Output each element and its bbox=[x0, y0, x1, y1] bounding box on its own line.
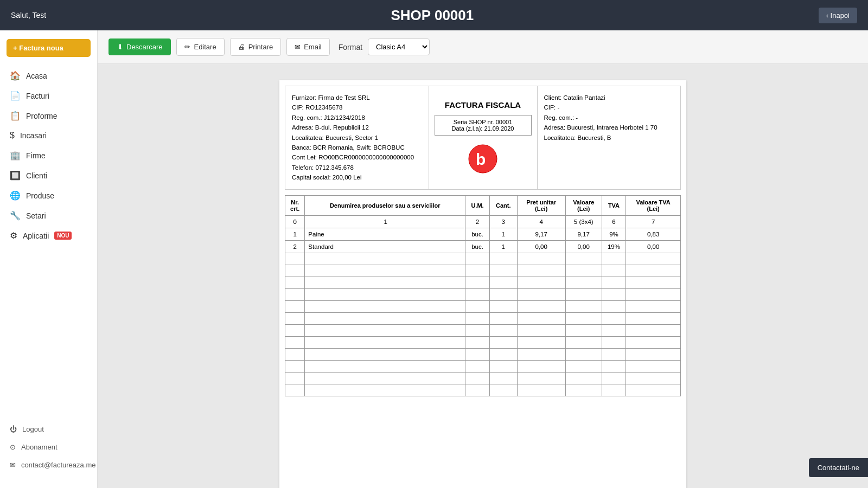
supplier-line7: Cont Lei: RO00BCR0000000000000000000 bbox=[292, 152, 422, 162]
sidebar-item-acasa[interactable]: 🏠 Acasa bbox=[0, 66, 97, 86]
sidebar-item-facturi[interactable]: 📄 Facturi bbox=[0, 86, 97, 106]
sidebar-item-logout[interactable]: ⏻ Logout bbox=[0, 420, 97, 438]
invoice-container: Furnizor: Firma de Test SRL CIF: RO12345… bbox=[279, 80, 686, 488]
table-row-empty bbox=[285, 384, 681, 396]
sidebar-item-facturi-label: Facturi bbox=[26, 92, 49, 100]
descarcare-button[interactable]: ⬇ Descarcare bbox=[108, 38, 171, 55]
supplier-line6: Banca: BCR Romania, Swift: BCROBUC bbox=[292, 143, 422, 152]
firme-icon: 🏢 bbox=[10, 150, 21, 160]
format-select[interactable]: Clasic A4 Modern A4 Compact A4 bbox=[368, 38, 430, 55]
download-icon: ⬇ bbox=[117, 43, 123, 51]
table-row-empty bbox=[285, 324, 681, 336]
abonament-icon: ⊙ bbox=[10, 443, 16, 451]
sidebar-item-contact-email[interactable]: ✉ contact@factureaza.me bbox=[0, 456, 97, 474]
logout-icon: ⏻ bbox=[10, 425, 17, 433]
sidebar-item-clienti-label: Clienti bbox=[26, 171, 47, 180]
sidebar-item-firme[interactable]: 🏢 Firme bbox=[0, 145, 97, 165]
print-icon: 🖨 bbox=[238, 43, 245, 51]
row1-um: buc. bbox=[465, 228, 490, 240]
content-area: ⬇ Descarcare ✏ Editare 🖨 Printare ✉ Emai… bbox=[98, 30, 868, 488]
sidebar-item-incasari-label: Incasari bbox=[20, 131, 47, 140]
table-row-empty bbox=[285, 300, 681, 312]
sidebar-item-incasari[interactable]: $ Incasari bbox=[0, 126, 97, 145]
invoice-wrapper: Furnizor: Firma de Test SRL CIF: RO12345… bbox=[98, 64, 868, 488]
invoice-center: FACTURA FISCALA Seria SHOP nr. 00001 Dat… bbox=[429, 86, 538, 189]
row2-tva: 19% bbox=[602, 240, 626, 253]
toolbar: ⬇ Descarcare ✏ Editare 🖨 Printare ✉ Emai… bbox=[98, 30, 868, 64]
printare-button[interactable]: 🖨 Printare bbox=[230, 38, 282, 56]
aplicatii-icon: ⚙ bbox=[10, 230, 17, 241]
col-cant: Cant. bbox=[489, 195, 517, 215]
setari-icon: 🔧 bbox=[10, 210, 21, 221]
row2-um: buc. bbox=[465, 240, 490, 253]
facturi-icon: 📄 bbox=[10, 91, 21, 101]
table-header-row: Nr.crt. Denumirea produselor sau a servi… bbox=[285, 195, 681, 215]
email-icon: ✉ bbox=[10, 461, 16, 469]
row1-cant: 1 bbox=[489, 228, 517, 240]
supplier-line5: Localitatea: Bucuresti, Sector 1 bbox=[292, 133, 422, 143]
sidebar-item-proforme-label: Proforme bbox=[26, 112, 58, 120]
sidebar-item-setari[interactable]: 🔧 Setari bbox=[0, 206, 97, 226]
contact-button[interactable]: Contactati-ne bbox=[809, 458, 868, 477]
idx-2: 2 bbox=[465, 215, 490, 228]
beats-logo: b bbox=[468, 144, 497, 175]
email-label: Email bbox=[304, 43, 322, 51]
client-line4: Adresa: Bucuresti, Intrarea Horbotei 1 7… bbox=[544, 123, 674, 132]
contact-email-label: contact@factureaza.me bbox=[21, 461, 95, 469]
supplier-line3: Reg. com.: J12/1234/2018 bbox=[292, 113, 422, 123]
row1-tva: 9% bbox=[602, 228, 626, 240]
sidebar-item-aplicatii[interactable]: ⚙ Aplicatii NOU bbox=[0, 226, 97, 246]
back-button[interactable]: ‹ Inapoi bbox=[819, 8, 857, 23]
email-icon: ✉ bbox=[295, 43, 301, 51]
seria-box: Seria SHOP nr. 00001 Data (z.l.a): 21.09… bbox=[435, 115, 532, 136]
col-val-tva: Valoare TVA(Lei) bbox=[626, 195, 681, 215]
row2-val-tva: 0,00 bbox=[626, 240, 681, 253]
editare-button[interactable]: ✏ Editare bbox=[176, 38, 224, 56]
shop-title: SHOP 00001 bbox=[391, 7, 474, 24]
sidebar-item-firme-label: Firme bbox=[26, 151, 46, 160]
abonament-label: Abonament bbox=[21, 443, 58, 451]
sidebar-item-aplicatii-label: Aplicatii bbox=[23, 232, 49, 240]
col-um: U.M. bbox=[465, 195, 490, 215]
logout-label: Logout bbox=[22, 425, 44, 433]
sidebar-item-proforme[interactable]: 📋 Proforme bbox=[0, 106, 97, 126]
printare-label: Printare bbox=[248, 43, 273, 51]
row1-denumire: Paine bbox=[305, 228, 465, 240]
row2-pret: 0,00 bbox=[517, 240, 565, 253]
table-row-empty bbox=[285, 277, 681, 288]
row2-denumire: Standard bbox=[305, 240, 465, 253]
idx-5: 5 (3x4) bbox=[565, 215, 602, 228]
svg-text:b: b bbox=[476, 150, 486, 168]
sidebar-item-produse-label: Produse bbox=[26, 191, 54, 200]
idx-6: 6 bbox=[602, 215, 626, 228]
sidebar-item-clienti[interactable]: 🔲 Clienti bbox=[0, 165, 97, 185]
idx-0: 0 bbox=[285, 215, 305, 228]
client-line5: Localitatea: Bucuresti, B bbox=[544, 133, 674, 143]
seria-line1: Seria SHOP nr. 00001 bbox=[441, 119, 526, 125]
supplier-line1: Furnizor: Firma de Test SRL bbox=[292, 93, 422, 102]
idx-4: 4 bbox=[517, 215, 565, 228]
table-row-empty bbox=[285, 336, 681, 348]
sidebar-item-acasa-label: Acasa bbox=[26, 72, 47, 80]
table-row-empty bbox=[285, 253, 681, 265]
sidebar-item-produse[interactable]: 🌐 Produse bbox=[0, 185, 97, 206]
new-invoice-button[interactable]: + Factura noua bbox=[7, 39, 91, 57]
home-icon: 🏠 bbox=[10, 70, 21, 81]
supplier-line2: CIF: RO12345678 bbox=[292, 102, 422, 112]
col-tva: TVA bbox=[602, 195, 626, 215]
table-index-row: 0 1 2 3 4 5 (3x4) 6 7 bbox=[285, 215, 681, 228]
sidebar-item-abonament[interactable]: ⊙ Abonament bbox=[0, 438, 97, 456]
email-button[interactable]: ✉ Email bbox=[286, 38, 330, 56]
sidebar-top: + Factura noua 🏠 Acasa 📄 Facturi 📋 Profo… bbox=[0, 39, 97, 246]
row1-val-tva: 0,83 bbox=[626, 228, 681, 240]
idx-7: 7 bbox=[626, 215, 681, 228]
table-row-empty bbox=[285, 265, 681, 277]
col-valoare: Valoare(Lei) bbox=[565, 195, 602, 215]
invoice-header: Furnizor: Firma de Test SRL CIF: RO12345… bbox=[285, 86, 681, 190]
client-info: Client: Catalin Pantazi CIF: - Reg. com.… bbox=[538, 86, 681, 189]
top-header: Salut, Test SHOP 00001 ‹ Inapoi bbox=[0, 0, 868, 30]
produse-icon: 🌐 bbox=[10, 190, 21, 201]
table-row-empty bbox=[285, 312, 681, 324]
table-row-empty bbox=[285, 348, 681, 360]
proforme-icon: 📋 bbox=[10, 111, 21, 121]
